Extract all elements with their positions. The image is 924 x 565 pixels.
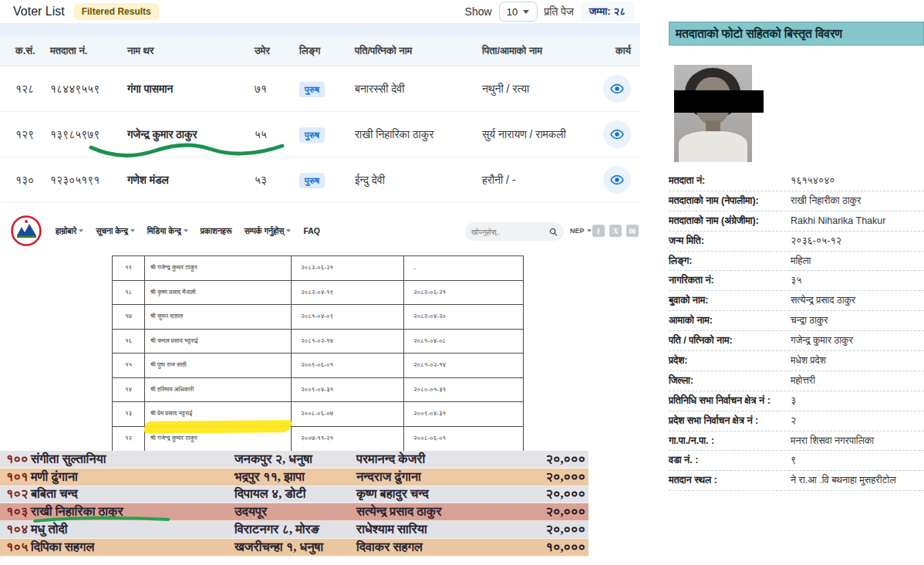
cell-name: श्री हरिमाय अधिकारी [145, 378, 292, 402]
field-label: मतदान स्थल : [669, 475, 791, 486]
field-label: आमाको नाम: [669, 315, 791, 326]
search-input[interactable] [471, 228, 549, 236]
cell-to-date: २०८२-०६-२१ [404, 281, 523, 305]
eye-icon [609, 81, 625, 96]
cell-voter-no: १३९८५९७९ [50, 128, 127, 141]
menu-item-publications[interactable]: प्रकाशनहरू [201, 226, 232, 236]
field-value: सत्येन्द्र प्रसाद ठाकुर [791, 295, 924, 306]
table-top-strip [0, 23, 640, 36]
view-details-button[interactable] [603, 120, 631, 148]
cell-amount: २०,००० [510, 486, 588, 502]
cell-sn: १२ [113, 427, 145, 452]
list-item: १०१मणी ढुंगानाभद्रपुर ११, झापानन्दराज ढु… [0, 469, 588, 486]
field-value: ९ [791, 455, 924, 466]
green-underline-annotation [32, 516, 171, 523]
list-item: १०४मधु तोदीविराटनगर ८, मोरङराधेश्याम सार… [0, 521, 588, 539]
view-details-button[interactable] [603, 75, 631, 103]
field-row: मतदाताको नाम (नेपालीमा):राखी निहारीका ठा… [669, 191, 924, 211]
cell-gender: पुरुष [299, 128, 355, 140]
site-search-box[interactable] [465, 222, 564, 241]
detail-fields: मतदाता नं:१६१५४०४० मतदाताको नाम (नेपालीम… [669, 171, 924, 491]
payment-list-section: १००संगीता सुल्तानियाजनकपुर २, धनुषापरमान… [0, 451, 588, 557]
cell-address: दिपायल ४, डोटी [234, 486, 356, 502]
cell-name: श्री सुमन दाहाल [145, 305, 292, 329]
yellow-highlighter-annotation [144, 420, 292, 434]
field-value: ३ [791, 395, 924, 407]
cell-age: ५३ [255, 174, 299, 187]
cell-parents: सुर्य नारायण / रामकली [482, 128, 602, 141]
field-label: मतदाताको नाम (नेपालीमा): [669, 195, 791, 207]
field-value: १६१५४०४० [791, 175, 924, 187]
cell-name: श्री कृष्ण प्रसाद मैनाली [145, 281, 292, 305]
page-size-select[interactable]: 10 [499, 2, 538, 22]
chevron-down-icon [184, 229, 188, 232]
cell-sn: १३ [113, 402, 145, 426]
table-row: १३० १२३०५१९१ गणेश मंडल ५३ पुरुष ईन्दु दे… [0, 157, 640, 203]
cell-name: श्री पुष्प राज साही [145, 354, 292, 377]
cell-to-date: २००९-०४-३१ [404, 402, 523, 426]
cell-address: उदयपूर [234, 504, 356, 519]
chevron-down-icon [286, 229, 291, 232]
field-label: प्रदेश: [669, 355, 791, 367]
voter-list-section: Voter List Filtered Results Show 10 प्रत… [0, 0, 640, 208]
field-row: नागरिकता नं:३५ [669, 271, 924, 291]
field-value: मनरा शिसवा नगरपालिका [791, 435, 924, 447]
nepal-emblem-logo [11, 215, 42, 246]
chevron-down-icon [130, 229, 135, 232]
chevron-down-icon [587, 229, 592, 232]
cell-sn: १०४ [0, 522, 31, 537]
field-value: महोत्तरी [791, 375, 924, 387]
menu-item-about[interactable]: हाम्रोबारे [56, 226, 83, 236]
cell-sn: १४ [113, 378, 145, 402]
field-value: मधेश प्रदेश [791, 355, 924, 367]
table-row: १७श्री सुमन दाहाल२०८१-०४-०९२०८२-०४-२० [113, 305, 523, 330]
menu-item-info-center[interactable]: सूचना केन्द्र [96, 226, 134, 236]
cell-sn: १०० [0, 452, 31, 467]
cell-spouse: राखी निहारिका ठाकुर [355, 128, 482, 141]
field-value: २ [791, 415, 924, 427]
cell-parents: नथुनी / रत्या [482, 83, 602, 96]
page-title: Voter List [13, 5, 65, 19]
field-value: महिला [791, 255, 924, 267]
cell-amount: १०,००० [510, 540, 588, 555]
cell-from-date: २००८-०६-०७ [292, 402, 404, 426]
cell-sn: १०३ [0, 504, 31, 519]
show-label: Show [465, 5, 492, 18]
cell-voter-no: १२३०५१९१ [50, 174, 127, 187]
cell-name: संगीता सुल्तानिया [31, 452, 234, 467]
cell-spouse: बनारस्सी देवी [355, 83, 482, 96]
menu-item-faq[interactable]: FAQ [303, 226, 320, 235]
field-value: गजेन्द्र कुमार ठाकुर [791, 335, 924, 347]
facebook-icon[interactable]: f [592, 225, 605, 237]
field-label: मतदाताको नाम (अंग्रेजीमा): [669, 215, 791, 227]
cell-related-person: परमानन्द केजरी [356, 452, 510, 467]
field-row: पति / पत्निको नाम:गजेन्द्र कुमार ठाकुर [669, 331, 924, 351]
table-row: १२८ १८४४९५५९ गंगा पासमान ७१ पुरुष बनारस्… [0, 66, 640, 112]
email-icon[interactable]: ✉ [626, 225, 639, 237]
navbar-menu: हाम्रोबारे सूचना केन्द्र मिडिया केन्द्र … [56, 212, 320, 249]
view-details-button[interactable] [603, 166, 631, 194]
cell-age: ५५ [255, 128, 299, 141]
cell-related-person: दिवाकर सहगल [356, 540, 510, 555]
col-gender: लिङ्ग [299, 45, 355, 57]
field-label: बुवाको नाम: [669, 295, 791, 306]
language-select[interactable]: NEP [570, 227, 592, 235]
list-item: १००संगीता सुल्तानियाजनकपुर २, धनुषापरमान… [0, 451, 588, 469]
x-twitter-icon[interactable]: X [609, 225, 622, 237]
cell-age: ७१ [255, 83, 299, 96]
cell-sn: १०१ [0, 469, 31, 485]
field-row: प्रदेश:मधेश प्रदेश [669, 351, 924, 371]
gender-chip: पुरुष [299, 173, 325, 188]
cell-name: गणेश मंडल [127, 174, 255, 187]
cell-name: गंगा पासमान [127, 83, 255, 96]
page-size-value: 10 [507, 6, 518, 18]
field-row: मतदाताको नाम (अंग्रेजीमा):Rakhi Niharika… [669, 211, 924, 232]
menu-item-contact[interactable]: सम्पर्क गर्नुहोस् [244, 226, 292, 236]
menu-item-media-center[interactable]: मिडिया केन्द्र [147, 226, 188, 236]
cell-address: खजरीचन्हा १, धनुषा [234, 540, 356, 555]
voter-detail-panel: मतदाताको फोटो सहितको बिस्तृत विवरण मतदात… [669, 0, 924, 565]
cell-related-person: सत्येन्द्र प्रसाद ठाकुर [356, 504, 510, 519]
cell-gender: पुरुष [299, 174, 355, 186]
field-label: वडा नं. : [669, 455, 791, 466]
cell-parents: हरौनी / - [482, 174, 602, 187]
